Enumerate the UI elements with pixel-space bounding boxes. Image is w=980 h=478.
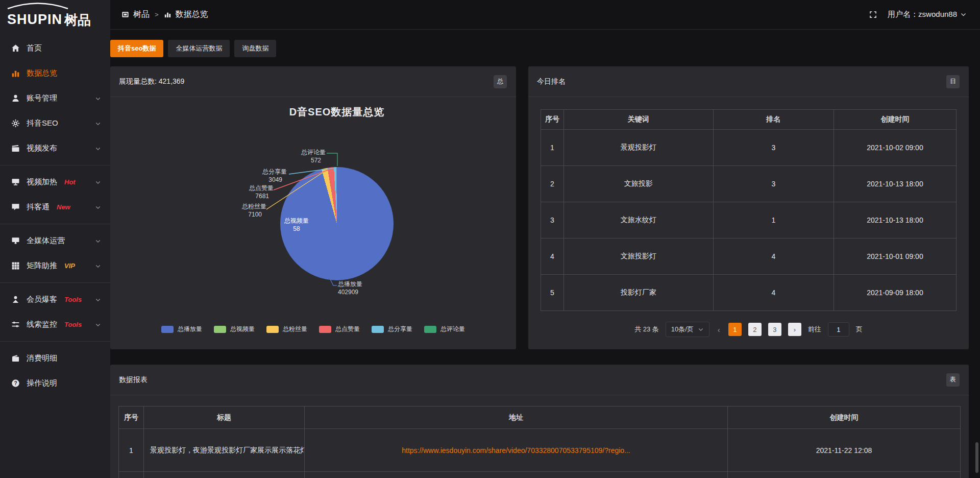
user-menu[interactable]: 用户名：zswodun88 <box>888 10 967 19</box>
top-header: 树品 > 数据总览 用户名：zswodun88 <box>110 0 980 30</box>
chevron-down-icon <box>95 121 101 127</box>
table-row[interactable]: 5投影灯厂家42021-09-09 18:00 <box>541 275 957 311</box>
sidebar-item-help[interactable]: ? 操作说明 <box>0 371 110 396</box>
tab-inquiry-data[interactable]: 询盘数据 <box>234 40 276 57</box>
new-badge: New <box>57 203 70 211</box>
legend-swatch <box>424 326 436 333</box>
chevron-down-icon <box>95 322 101 328</box>
sidebar-item-label: 抖客通 <box>27 202 50 212</box>
app-logo[interactable]: SHUPIN 树品 <box>0 0 110 30</box>
sidebar-item-label: 账号管理 <box>27 93 57 103</box>
tab-douyin-seo-data[interactable]: 抖音seo数据 <box>110 40 163 57</box>
gear-icon <box>11 119 20 128</box>
next-page-button[interactable]: › <box>788 323 801 336</box>
legend-item-comments[interactable]: 总评论量 <box>424 325 465 333</box>
video-link[interactable]: https://www.iesdouyin.com/share/video/70… <box>305 429 728 472</box>
page-button-1[interactable]: 1 <box>728 323 742 336</box>
chevron-down-icon <box>698 326 704 332</box>
wallet-icon <box>11 354 20 363</box>
goto-label: 前往 <box>808 325 821 334</box>
sidebar-item-label: 视频加热 <box>27 177 57 187</box>
video-camera-icon <box>11 144 20 153</box>
sidebar-item-label: 抖音SEO <box>27 118 58 128</box>
sidebar-item-spend-detail[interactable]: 消费明细 <box>0 346 110 371</box>
table-row[interactable]: 1景观投影灯32021-10-02 09:00 <box>541 130 957 166</box>
chevron-down-icon <box>95 238 101 244</box>
legend-item-fans[interactable]: 总粉丝量 <box>266 325 307 333</box>
legend-item-shares[interactable]: 总分享量 <box>372 325 412 333</box>
table-row[interactable]: 1 景观投影灯，夜游景观投影灯厂家展示展示落花灯在花园里的灯光投影应用效果 # … <box>119 429 961 472</box>
sidebar-item-label: 视频发布 <box>27 144 57 153</box>
day-badge-button[interactable]: 日 <box>946 75 960 88</box>
today-ranking-panel: 今日排名 日 序号 关键词 排名 创建时间 1景观投影灯32021-10-02 … <box>528 66 969 349</box>
sidebar-item-lead-monitor[interactable]: 线索监控 Tools <box>0 312 110 337</box>
screen-icon <box>11 178 20 186</box>
breadcrumb-item-root[interactable]: 树品 <box>133 9 150 20</box>
sidebar-divider <box>0 341 110 342</box>
logo-text-en: SHUPIN <box>7 13 62 27</box>
tab-omni-media-data[interactable]: 全媒体运营数据 <box>168 40 230 57</box>
sidebar-item-matrix-boost[interactable]: 矩阵助推 VIP <box>0 253 110 278</box>
table-row[interactable]: 3文旅水纹灯12021-10-13 18:00 <box>541 202 957 238</box>
sidebar-item-home[interactable]: 首页 <box>0 36 110 61</box>
chevron-down-icon <box>95 297 101 303</box>
sidebar-item-label: 会员爆客 <box>27 295 57 304</box>
pie-label-comments: 总评论量 572 <box>275 149 326 164</box>
chevron-down-icon <box>95 204 101 210</box>
breadcrumb: 树品 > 数据总览 <box>121 9 208 20</box>
data-tabs: 抖音seo数据 全媒体运营数据 询盘数据 <box>110 40 969 57</box>
legend-item-plays[interactable]: 总播放量 <box>161 325 202 333</box>
sidebar-item-video-publish[interactable]: 视频发布 <box>0 136 110 161</box>
scrollbar-thumb[interactable] <box>975 442 978 473</box>
data-report-panel: 数据报表 表 序号 标题 地址 创建时间 1 景观投影灯，夜游景观投影灯厂家展示… <box>110 365 969 478</box>
ranking-table: 序号 关键词 排名 创建时间 1景观投影灯32021-10-02 09:00 2… <box>541 109 957 311</box>
report-panel-title: 数据报表 <box>119 375 148 385</box>
breadcrumb-separator: > <box>155 11 159 18</box>
logo-text-cn: 树品 <box>64 13 91 27</box>
breadcrumb-item-current: 数据总览 <box>176 9 208 20</box>
sidebar-item-douyin-seo[interactable]: 抖音SEO <box>0 111 110 136</box>
pie-chart-area: D音SEO数据量总览 总评论量 572 总分享量 3049 <box>110 97 516 349</box>
page-button-3[interactable]: 3 <box>768 323 781 336</box>
sidebar-item-label: 矩阵助推 <box>27 261 57 271</box>
bar-chart-icon <box>164 11 172 18</box>
chevron-down-icon <box>95 179 101 185</box>
vip-badge: VIP <box>64 262 75 270</box>
sidebar-divider <box>0 165 110 165</box>
tools-badge: Tools <box>64 321 82 328</box>
video-title-cell: 景观投影灯，夜游景观投影灯厂家展示展示落花灯在花园里的灯光投影应用效果 # <box>144 429 305 472</box>
legend-item-likes[interactable]: 总点赞量 <box>319 325 360 333</box>
person-icon <box>11 295 20 304</box>
table-badge-button[interactable]: 表 <box>946 373 960 387</box>
chevron-down-icon <box>95 146 101 152</box>
sliders-icon <box>11 320 20 329</box>
sidebar-item-video-heat[interactable]: 视频加热 Hot <box>0 170 110 195</box>
pie-label-likes: 总点赞量 7681 <box>223 184 274 200</box>
tools-badge: Tools <box>64 296 82 303</box>
sidebar-item-doketong[interactable]: 抖客通 New <box>0 195 110 220</box>
report-table: 序号 标题 地址 创建时间 1 景观投影灯，夜游景观投影灯厂家展示展示落花灯在花… <box>118 406 961 478</box>
goto-page-input[interactable] <box>828 322 849 337</box>
sidebar-item-member-burst[interactable]: 会员爆客 Tools <box>0 287 110 312</box>
total-badge-button[interactable]: 总 <box>494 75 507 88</box>
sidebar-item-data-overview[interactable]: 数据总览 <box>0 61 110 86</box>
fullscreen-icon[interactable] <box>869 10 877 19</box>
legend-item-videos[interactable]: 总视频量 <box>214 325 255 333</box>
table-row[interactable]: 4文旅投影灯42021-10-01 09:00 <box>541 238 957 275</box>
chevron-down-icon <box>95 263 101 269</box>
pagination-total: 共 23 条 <box>634 325 659 334</box>
page-button-2[interactable]: 2 <box>748 323 762 336</box>
legend-swatch <box>266 326 279 333</box>
sidebar-item-label: 线索监控 <box>27 320 57 329</box>
chat-bubble-icon <box>11 203 20 211</box>
sidebar-item-label: 全媒体运营 <box>27 236 65 246</box>
legend-swatch <box>319 326 331 333</box>
table-row[interactable]: 2文旅投影32021-10-13 18:00 <box>541 166 957 202</box>
page-size-select[interactable]: 10条/页 <box>666 322 709 337</box>
prev-page-button[interactable]: ‹ <box>716 325 722 334</box>
sidebar-item-omni-media[interactable]: 全媒体运营 <box>0 228 110 253</box>
grid-icon <box>11 261 20 270</box>
hot-badge: Hot <box>64 178 76 186</box>
sidebar-item-account[interactable]: 账号管理 <box>0 86 110 111</box>
pagination: 共 23 条 10条/页 ‹ 1 2 3 › 前往 页 <box>528 322 969 337</box>
